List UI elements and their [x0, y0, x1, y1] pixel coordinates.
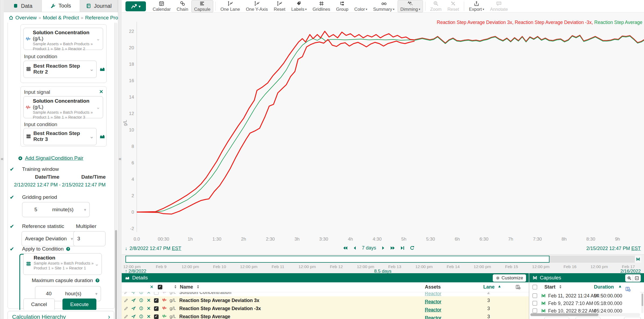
input-signal-select-2[interactable]: Solution Concentration (g/L) Sample Asse… — [23, 96, 103, 118]
gridding-unit-select[interactable]: minute(s)▾ — [49, 202, 90, 217]
table-row[interactable]: g/LReaction Step Average Deviation 3xRea… — [122, 296, 529, 305]
toolbar-calendar-button[interactable]: Calendar — [150, 0, 173, 12]
toolbar-dimming-button[interactable]: Dimming ▾ — [398, 0, 423, 12]
capsules-vscrollbar[interactable] — [641, 292, 643, 313]
remove-icon[interactable] — [146, 298, 151, 303]
row-checkbox[interactable] — [154, 306, 159, 311]
capsule-row[interactable]: Feb 10, 2022 8:22 AM05:24:00.000 — [529, 307, 640, 313]
item-name[interactable]: Reaction Step Average Deviation 3x — [179, 298, 259, 303]
toolbar-chain-button[interactable]: Chain — [174, 0, 191, 12]
edit-icon[interactable] — [124, 292, 128, 294]
tab-tools[interactable]: Tools — [42, 0, 80, 12]
step-back-full-icon[interactable] — [342, 245, 348, 251]
capsule-checkbox[interactable] — [533, 301, 537, 306]
capsule-row[interactable]: Feb 9, 2022 7:10 AM05:18:00.000 — [529, 300, 640, 307]
range-start-date[interactable]: 2/8/2022 12:47 PM — [130, 246, 170, 251]
execute-button[interactable]: Execute — [62, 299, 96, 310]
capsule-row[interactable]: Feb 11, 2022 11:24 AM04:50:00.000 — [529, 292, 640, 300]
remove-all-icon[interactable] — [150, 285, 154, 289]
toolbar-group-button[interactable]: Group — [333, 0, 351, 12]
duration-column-header[interactable]: Duration — [594, 284, 614, 290]
table-row[interactable]: g/LReaction Step Average Deviation -3xRe… — [122, 304, 529, 313]
table-row[interactable]: g/LReaction Step AverageReactor 1, React… — [122, 313, 529, 319]
calculation-hierarchy-header[interactable]: Calculation Hierarchy › — [8, 311, 114, 319]
range-end-date[interactable]: 2/15/2022 12:47 PM — [586, 246, 630, 251]
start-column-header[interactable]: Start — [544, 284, 555, 290]
table-row[interactable]: g/LSolution ConcentrationReactor 12 — [122, 292, 529, 297]
capsule-checkbox[interactable] — [533, 308, 537, 313]
row-checkbox[interactable] — [154, 314, 159, 319]
timeline-selection[interactable] — [125, 256, 550, 263]
sort-icon[interactable] — [196, 285, 200, 289]
edit-icon[interactable] — [124, 314, 128, 319]
send-icon[interactable] — [131, 314, 136, 319]
info-icon[interactable] — [139, 292, 144, 294]
multiplier-input[interactable]: 3 — [73, 231, 106, 246]
collapse-left-rail-icon[interactable]: « — [0, 156, 4, 162]
toolbar-gridlines-button[interactable]: Gridlines — [310, 0, 333, 12]
range-label[interactable]: 7 days — [362, 245, 376, 251]
timeline-bar[interactable] — [125, 256, 641, 263]
toolbar-labels-button[interactable]: Labels ▾ — [289, 0, 309, 12]
view-capsules-icon[interactable] — [99, 66, 105, 72]
trend-chart[interactable]: Reaction Step Average Deviation 3x, Reac… — [122, 12, 644, 244]
add-column-icon[interactable] — [625, 286, 631, 292]
add-signal-condition-pair[interactable]: Add Signal/Condition Pair — [18, 155, 83, 161]
remove-pair-icon[interactable] — [99, 89, 104, 94]
breadcrumb-overview[interactable]: Overview — [15, 15, 37, 21]
range-end[interactable]: 2/15/2022 12:47 PM EST — [586, 246, 641, 251]
panel-scrollbar[interactable] — [115, 23, 117, 310]
select-all-checkbox[interactable] — [158, 285, 162, 289]
legend-entry[interactable]: Reaction Step Average Deviation -3x — [515, 20, 592, 25]
item-name[interactable]: Solution Concentration — [179, 292, 231, 295]
range-start[interactable]: ↓ 2/8/2022 12:47 PM EST — [125, 246, 181, 251]
sort-icon[interactable] — [173, 285, 177, 289]
toolbar-reset-button[interactable]: Reset — [271, 0, 288, 12]
toolbar-summary-button[interactable]: Summary ▾ — [370, 0, 397, 12]
input-signal-select-1[interactable]: Solution Concentration (g/L) Sample Asse… — [23, 28, 103, 50]
chart-type-dropdown[interactable]: ▾ — [125, 1, 146, 11]
cancel-button[interactable]: Cancel — [23, 299, 55, 310]
view-capsules-icon[interactable] — [99, 133, 105, 139]
info-icon[interactable] — [139, 314, 144, 319]
step-forward-full-icon[interactable] — [390, 245, 396, 251]
item-name[interactable]: Reaction Step Average — [179, 314, 230, 319]
name-column-header[interactable]: Name — [180, 284, 193, 290]
remove-icon[interactable] — [146, 292, 151, 294]
pager-button[interactable] — [544, 317, 569, 319]
legend-entry[interactable]: Reaction Step Average Deviation 3x — [437, 20, 512, 25]
refresh-icon[interactable] — [409, 245, 415, 251]
pager-button[interactable] — [624, 317, 641, 319]
capsules-select-all[interactable] — [533, 285, 537, 289]
toolbar-one-lane-button[interactable]: One Lane — [218, 0, 243, 12]
edit-icon[interactable] — [124, 306, 128, 311]
chart-canvas[interactable]: 2220181614121086420-20.000:301h1:302h2:3… — [122, 13, 644, 244]
range-end-tz[interactable]: EST — [631, 246, 641, 251]
toolbar-capsule-button[interactable]: Capsule — [191, 0, 213, 12]
send-icon[interactable] — [131, 306, 136, 311]
input-condition-select-1[interactable]: Best Reaction Step Rctr 2 ⌄ — [23, 61, 97, 78]
capsules-collapse-button[interactable] — [633, 274, 641, 282]
pager-button[interactable] — [576, 317, 600, 319]
step-back-icon[interactable] — [352, 245, 358, 251]
columns-icon[interactable] — [515, 284, 521, 290]
send-icon[interactable] — [131, 298, 136, 303]
toolbar-export-button[interactable]: Export ▾ — [466, 0, 487, 12]
collapse-panel-icon[interactable]: « — [118, 156, 122, 162]
breadcrumb-model-predict[interactable]: Model & Predict — [43, 15, 79, 21]
edit-icon[interactable] — [124, 298, 128, 303]
row-checkbox[interactable] — [154, 298, 159, 303]
toolbar-one-y-axis-button[interactable]: One Y-Axis — [243, 0, 271, 12]
input-condition-select-2[interactable]: Best Reaction Step Rctr 3 ⌄ — [23, 128, 97, 145]
help-icon[interactable]: ? — [95, 278, 100, 283]
remove-icon[interactable] — [146, 306, 151, 311]
toolbar-color-button[interactable]: Color ▾ — [352, 0, 370, 12]
gridding-value-input[interactable]: 5 — [22, 202, 50, 217]
legend-entry[interactable]: Reaction Step Average — [594, 20, 642, 25]
sort-icon[interactable] — [558, 285, 562, 289]
step-to-now-icon[interactable] — [400, 245, 405, 251]
capsules-zoom-button[interactable] — [625, 274, 633, 282]
range-start-tz[interactable]: EST — [172, 246, 181, 251]
tab-journal[interactable]: Journal — [80, 0, 118, 12]
item-name[interactable]: Reaction Step Average Deviation -3x — [179, 306, 261, 311]
